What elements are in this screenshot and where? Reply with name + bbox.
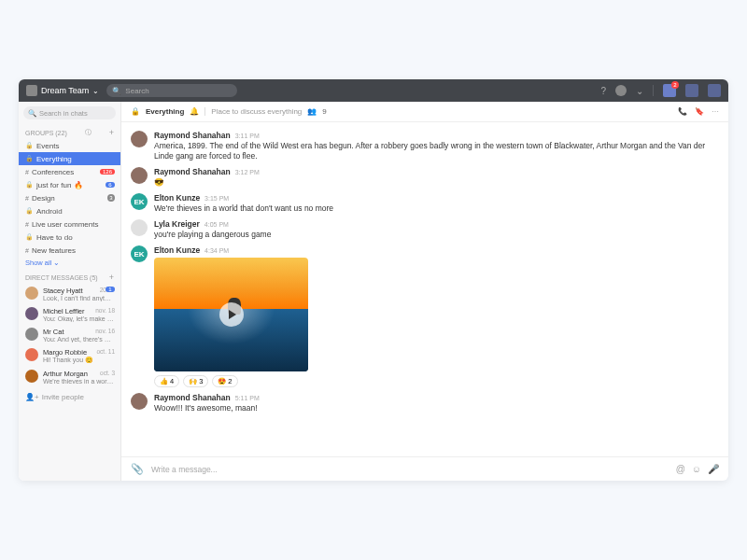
- messages-pane[interactable]: Raymond Shanahan3:11 PMAmerica, 1899. Th…: [121, 122, 728, 456]
- notify-badge: 2: [671, 81, 679, 89]
- reaction[interactable]: 🙌3: [183, 375, 208, 387]
- dm-item[interactable]: Margo Robbie Hi! Thank you 😊 oct. 11: [19, 345, 120, 367]
- invite-people[interactable]: 👤+ Invite people: [19, 387, 120, 407]
- sidebar-group-item[interactable]: #Design3: [19, 191, 120, 204]
- sidebar-group-item[interactable]: 🔒Events: [19, 139, 120, 152]
- user-avatar[interactable]: [615, 85, 627, 96]
- message-time: 3:11 PM: [235, 133, 260, 139]
- reaction-count: 2: [228, 377, 232, 385]
- dm-time: nov. 18: [95, 307, 115, 314]
- bookmark-icon[interactable]: 🔖: [695, 107, 704, 116]
- groups-header[interactable]: GROUPS (22) ⓘ +: [19, 124, 120, 139]
- search-icon: 🔍: [28, 109, 36, 118]
- group-prefix-icon: #: [25, 247, 29, 254]
- message-text: Woow!!! It's awesome, maan!: [154, 403, 719, 413]
- reactions: 👍4🙌3😍2: [154, 375, 719, 387]
- show-all-link[interactable]: Show all ⌄: [19, 257, 120, 269]
- message-author: Lyla Kreiger: [154, 219, 200, 229]
- topbar: Dream Team ⌄ 🔍 Search ? ⌄ 2: [19, 79, 728, 102]
- phone-icon[interactable]: 📞: [678, 107, 687, 116]
- add-dm-icon[interactable]: +: [109, 273, 114, 282]
- dm-item[interactable]: Michel Leffler You: Okay, let's make it …: [19, 304, 120, 325]
- chat-search[interactable]: 🔍 Search in chats: [23, 106, 116, 119]
- team-selector[interactable]: Dream Team ⌄: [26, 85, 99, 96]
- dm-header[interactable]: DIRECT MESSAGES (5) +: [19, 269, 120, 284]
- sidebar-group-item[interactable]: #Conferences126: [19, 165, 120, 178]
- message: Raymond Shanahan3:11 PMAmerica, 1899. Th…: [131, 128, 719, 164]
- person-add-icon: 👤+: [25, 393, 39, 401]
- message-author: Raymond Shanahan: [154, 167, 231, 176]
- dm-list: Stacey Hyatt Look, I can't find anything…: [19, 284, 120, 387]
- dm-avatar: [25, 307, 38, 320]
- group-prefix-icon: #: [25, 169, 29, 175]
- files-icon[interactable]: [708, 84, 721, 97]
- members-icon[interactable]: 👥: [307, 107, 317, 116]
- contacts-icon[interactable]: [685, 84, 698, 97]
- search-icon: 🔍: [112, 87, 121, 95]
- group-name: Events: [36, 142, 59, 150]
- group-name: Have to do: [36, 233, 73, 242]
- mic-icon[interactable]: 🎤: [708, 464, 719, 474]
- message-text: We're thieves in a world that don't want…: [154, 203, 719, 214]
- sidebar-group-item[interactable]: 🔒just for fun 🔥6: [19, 178, 120, 191]
- message-author: Elton Kunze: [154, 193, 200, 203]
- emoji-icon[interactable]: ☺: [692, 464, 701, 474]
- bell-icon[interactable]: 🔔: [190, 107, 199, 116]
- message-time: 4:34 PM: [204, 247, 229, 254]
- message-author: Raymond Shanahan: [154, 131, 231, 140]
- reaction[interactable]: 👍4: [154, 375, 179, 387]
- message-emoji: 😎: [154, 177, 719, 188]
- message: EKElton Kunze3:15 PMWe're thieves in a w…: [131, 190, 719, 217]
- message-avatar: [131, 167, 148, 184]
- dm-item[interactable]: Stacey Hyatt Look, I can't find anything…: [19, 284, 120, 304]
- members-count: 9: [322, 107, 326, 116]
- group-name: just for fun 🔥: [36, 181, 83, 189]
- dm-time: oct. 3: [100, 370, 115, 376]
- group-name: Live user comments: [32, 220, 99, 229]
- group-name: Android: [36, 207, 63, 216]
- message: Raymond Shanahan3:12 PM😎: [131, 164, 719, 190]
- sidebar-group-item[interactable]: #New features: [19, 244, 120, 257]
- help-icon[interactable]: ?: [600, 86, 606, 96]
- mention-icon[interactable]: @: [676, 464, 685, 474]
- add-group-icon[interactable]: +: [109, 128, 114, 137]
- reaction-count: 3: [199, 377, 203, 385]
- more-icon[interactable]: ⋯: [712, 107, 719, 116]
- message-avatar: [131, 393, 148, 410]
- global-search[interactable]: 🔍 Search: [106, 84, 237, 97]
- dm-time: nov. 16: [95, 328, 115, 334]
- dm-avatar: [25, 287, 38, 300]
- channel-header: 🔒 Everything 🔔 Place to discuss everythi…: [121, 102, 728, 122]
- group-prefix-icon: 🔒: [25, 155, 34, 162]
- topbar-actions: ? ⌄ 2: [600, 84, 721, 97]
- reaction[interactable]: 😍2: [212, 375, 237, 387]
- group-prefix-icon: #: [25, 221, 29, 228]
- dm-item[interactable]: Mr Cat You: And yet, there's anot… nov. …: [19, 325, 120, 345]
- group-name: Design: [32, 194, 55, 203]
- lock-icon: 🔒: [131, 107, 140, 116]
- dm-preview: Hi! Thank you 😊: [43, 357, 114, 364]
- dm-item[interactable]: Arthur Morgan We're thieves in a world t…: [19, 367, 120, 387]
- play-icon[interactable]: [219, 302, 244, 327]
- message: Lyla Kreiger4:05 PMyou're playing a dang…: [131, 217, 719, 243]
- dm-avatar: [25, 328, 38, 341]
- notifications-icon[interactable]: 2: [663, 84, 676, 97]
- message-author: Elton Kunze: [154, 245, 200, 255]
- chevron-down-icon: ⌄: [53, 259, 60, 267]
- dm-time: oct. 11: [96, 348, 115, 355]
- message-composer: 📎 Write a message... @ ☺ 🎤: [121, 456, 728, 481]
- sidebar-group-item[interactable]: #Live user comments: [19, 217, 120, 231]
- reaction-emoji: 🙌: [189, 377, 197, 385]
- attach-icon[interactable]: 📎: [131, 463, 144, 475]
- message-input[interactable]: Write a message...: [151, 465, 669, 474]
- group-name: New features: [32, 246, 76, 255]
- info-icon: ⓘ: [85, 128, 92, 137]
- video-attachment[interactable]: [154, 258, 308, 371]
- unread-badge: 3: [107, 194, 115, 202]
- sidebar-group-item[interactable]: 🔒Android: [19, 204, 120, 217]
- sidebar-group-item[interactable]: 🔒Everything: [19, 152, 120, 165]
- dm-avatar: [25, 348, 38, 361]
- invite-label: Invite people: [42, 393, 84, 401]
- chevron-down-icon[interactable]: ⌄: [636, 86, 643, 96]
- sidebar-group-item[interactable]: 🔒Have to do: [19, 231, 120, 244]
